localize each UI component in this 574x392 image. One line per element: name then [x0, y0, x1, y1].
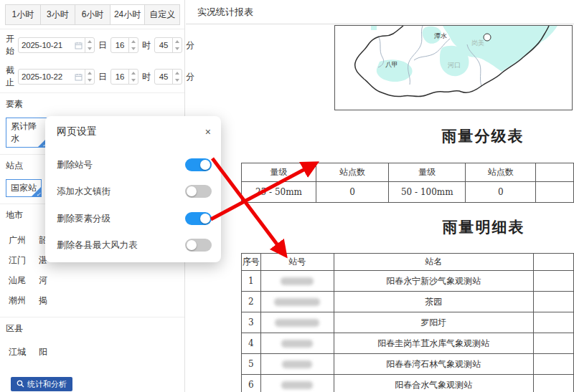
detail-col-header: 序号: [242, 254, 261, 271]
calendar-icon: [75, 38, 85, 52]
city-item[interactable]: 汕尾: [9, 274, 39, 287]
close-icon[interactable]: ×: [205, 127, 211, 137]
start-minute-input[interactable]: 45: [154, 37, 182, 53]
time-tab-3小时[interactable]: 3小时: [40, 4, 76, 25]
grading-col-header: 站点数: [316, 163, 388, 182]
time-tab-1小时[interactable]: 1小时: [5, 4, 41, 25]
time-tab-自定义[interactable]: 自定义: [144, 4, 180, 25]
toggle-knob: [187, 186, 197, 196]
redacted-station-id: [281, 277, 314, 285]
city-item[interactable]: 潮州: [9, 295, 39, 307]
detail-table-title: 雨量明细表: [376, 217, 574, 237]
toggle-knob: [200, 160, 210, 170]
table-row: 3罗阳圩: [242, 312, 574, 333]
start-hour-stepper[interactable]: [128, 38, 138, 52]
start-label: 开始: [6, 33, 14, 57]
table-row: 5阳春春湾石林气象观测站: [242, 354, 574, 375]
detail-extra-cell: [533, 312, 573, 333]
time-tab-24小时[interactable]: 24小时: [110, 4, 146, 25]
detail-extra-cell: [533, 271, 573, 292]
setting-row: 添加水文镇街: [57, 184, 212, 199]
toggle-knob: [200, 214, 210, 224]
end-hour-stepper[interactable]: [128, 70, 138, 84]
grading-cell: 25 - 50mm: [242, 182, 316, 203]
rainfall-map: 潭水岗美八甲河口: [334, 25, 573, 110]
redacted-station-id: [282, 360, 312, 368]
end-minute-value: 45: [155, 70, 172, 84]
modal-header: 网页设置 ×: [45, 116, 221, 138]
map-label: 八甲: [385, 61, 398, 68]
modal-title: 网页设置: [57, 125, 97, 138]
end-hour-input[interactable]: 16: [110, 69, 138, 85]
grading-col-header: [536, 163, 574, 182]
table-row: 1阳春永宁新沙气象观测站: [242, 271, 574, 292]
county-item[interactable]: 江城: [9, 346, 39, 358]
grading-cell: 50 - 100mm: [389, 182, 466, 203]
start-minute-stepper[interactable]: [172, 38, 182, 52]
setting-label: 删除站号: [57, 159, 93, 171]
grading-cell: 0: [316, 182, 388, 203]
county-item-partial[interactable]: 阳: [39, 346, 69, 358]
detail-name-cell: 罗阳圩: [334, 312, 533, 333]
detail-no-cell: 2: [242, 292, 261, 312]
setting-label: 添加水文镇街: [57, 186, 110, 198]
detail-id-cell: [260, 312, 334, 333]
end-hour-value: 16: [111, 70, 128, 84]
web-settings-modal: 网页设置 × 删除站号添加水文镇街删除要素分级删除各县最大风力表: [45, 116, 221, 262]
start-hour-value: 16: [111, 38, 128, 52]
rain-detail-table: 序号站号站名 1阳春永宁新沙气象观测站2茶园3罗阳圩4阳春圭岗羊苴水库气象观测站…: [241, 253, 574, 392]
toggle-off[interactable]: [185, 239, 212, 252]
grading-col-header: 量级: [242, 163, 316, 182]
start-date-stepper[interactable]: [85, 38, 94, 52]
map-label: 潭水: [434, 32, 447, 39]
setting-row: 删除各县最大风力表: [57, 238, 212, 252]
grading-col-header: 站点数: [466, 163, 536, 182]
day-unit-label: 日: [98, 71, 107, 83]
tab-live-report[interactable]: 实况统计报表: [186, 6, 265, 19]
analyze-button[interactable]: 统计和分析: [11, 377, 72, 391]
city-item-partial[interactable]: 河: [39, 274, 69, 287]
detail-extra-cell: [533, 333, 573, 354]
start-date-input[interactable]: 2025-10-21: [18, 37, 95, 53]
detail-name-cell: 阳春永宁新沙气象观测站: [334, 271, 533, 292]
start-hour-input[interactable]: 16: [110, 37, 138, 53]
table-row: 6阳春合水气象观测站: [242, 375, 574, 392]
time-tab-6小时[interactable]: 6小时: [75, 4, 110, 25]
city-item[interactable]: 江门: [9, 254, 39, 267]
hour-unit-label: 时: [142, 71, 151, 83]
detail-extra-cell: [533, 292, 573, 312]
detail-name-cell: 阳春合水气象观测站: [334, 375, 533, 392]
station-option-selected[interactable]: 国家站✓: [6, 179, 42, 197]
toggle-on[interactable]: [185, 212, 212, 225]
city-item-partial[interactable]: 揭: [39, 295, 69, 307]
minute-unit-label: 分: [186, 71, 194, 83]
setting-row: 删除站号: [57, 158, 212, 172]
search-icon: [17, 380, 24, 389]
city-item[interactable]: 广州: [9, 234, 39, 247]
report-panel: 实况统计报表 潭水岗美八甲河口 雨量分级表 量级站点数量级站点数 25: [186, 0, 574, 392]
end-date-stepper[interactable]: [85, 70, 94, 84]
map-image: 潭水岗美八甲河口: [335, 26, 572, 110]
toggle-knob: [187, 240, 197, 250]
start-time-row: 开始 2025-10-21 日 16 时 45 分: [0, 29, 184, 61]
analyze-button-label: 统计和分析: [27, 379, 67, 390]
rain-grading-table: 量级站点数量级站点数 25 - 50mm050 - 100mm0: [241, 163, 574, 203]
detail-col-header: 站号: [260, 254, 334, 271]
minute-unit-label: 分: [186, 39, 194, 52]
end-minute-stepper[interactable]: [172, 70, 182, 84]
redacted-station-id: [275, 319, 319, 327]
toggle-off[interactable]: [185, 185, 212, 198]
setting-label: 删除各县最大风力表: [57, 239, 138, 252]
grading-row: 25 - 50mm050 - 100mm0: [242, 182, 574, 203]
toggle-on[interactable]: [185, 158, 212, 171]
county-list: 江城阳: [0, 337, 184, 368]
end-minute-input[interactable]: 45: [154, 69, 182, 85]
detail-extra-cell: [533, 354, 573, 375]
detail-no-cell: 5: [242, 354, 261, 375]
start-date-value: 2025-10-21: [19, 38, 75, 52]
detail-col-header: [533, 254, 573, 271]
element-option-selected[interactable]: 累计降水✓: [6, 118, 48, 148]
end-date-input[interactable]: 2025-10-22: [18, 69, 95, 85]
redacted-station-id: [281, 381, 313, 389]
detail-id-cell: [260, 354, 334, 375]
